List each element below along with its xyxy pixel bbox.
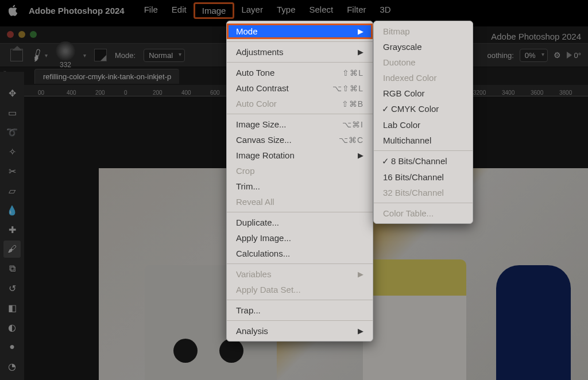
window-title: Adobe Photoshop 2024 [491,32,581,41]
menubar-item-image[interactable]: Image [194,2,235,19]
apple-icon [8,5,18,15]
image-menu-item-analysis[interactable]: Analysis▶ [227,323,373,339]
image-menu-item-auto-contrast[interactable]: Auto Contrast⌥⇧⌘L [227,80,373,96]
ruler-tick: 3200 [473,90,502,96]
brush-tool-icon[interactable]: 🖌 [29,46,45,64]
tool-marquee[interactable]: ▭ [3,104,21,121]
mode-submenu-item-cmyk-color[interactable]: ✓CMYK Color [374,101,473,117]
toolbox: ✥▭➰✧✂▱💧✚🖌⧉↺◧◐●◔ [0,72,24,380]
chevron-right-icon: ▶ [358,151,363,160]
image-menu-item-trap[interactable]: Trap... [227,303,373,318]
tool-wand[interactable]: ✧ [3,143,21,160]
brush-preview[interactable] [56,41,75,61]
blend-mode-dropdown[interactable]: Normal [144,49,185,62]
history-icon: ↺ [9,283,16,294]
image-menu-item-trim[interactable]: Trim... [227,179,373,194]
shortcut-label: ⌥⌘C [339,135,363,145]
tool-crop[interactable]: ✂ [3,162,21,180]
brush-icon: 🖌 [7,244,17,254]
marquee-icon: ▭ [8,107,17,118]
gear-icon[interactable]: ⚙ [554,51,561,60]
menubar-item-file[interactable]: File [137,2,165,19]
ruler-tick: 400 [181,90,210,96]
image-menu-item-canvas-size[interactable]: Canvas Size...⌥⌘C [227,132,373,148]
tool-brush[interactable]: 🖌 [3,241,21,258]
mode-submenu-item-color-table: Color Table... [374,205,473,221]
heal-icon: ✚ [9,224,16,235]
wand-icon: ✧ [9,146,16,157]
ruler-tick: 200 [153,90,181,96]
tool-blur[interactable]: ● [3,338,21,355]
ruler-tick: 3600 [531,90,559,96]
image-menu-item-separator [227,263,373,264]
image-menu-item-separator [227,320,373,321]
smoothing-label: oothing: [488,51,514,60]
tool-gradient[interactable]: ◐ [3,319,21,336]
document-tab[interactable]: refilling-color-cmyk-ink-tank-on-inkjet-… [34,69,179,84]
minimize-window-icon[interactable] [18,31,25,38]
image-menu-item-image-size[interactable]: Image Size...⌥⌘I [227,117,373,132]
mode-submenu: BitmapGrayscaleDuotoneIndexed ColorRGB C… [373,21,473,224]
mode-submenu-item-bitmap: Bitmap [374,24,473,39]
image-menu-item-auto-color: Auto Color⇧⌘B [227,96,373,111]
tool-heal[interactable]: ✚ [3,221,21,238]
close-window-icon[interactable] [7,31,14,38]
image-menu-item-crop: Crop [227,163,373,179]
tool-history[interactable]: ↺ [3,280,21,297]
menubar-item-filter[interactable]: Filter [340,2,373,19]
home-icon[interactable] [10,49,23,61]
zoom-window-icon[interactable] [30,31,37,38]
smoothing-dropdown[interactable]: 0% [520,49,548,62]
image-menu-item-separator [227,62,373,63]
chevron-right-icon: ▶ [358,48,363,56]
image-menu-item-duplicate[interactable]: Duplicate... [227,215,373,230]
tool-frame[interactable]: ▱ [3,182,21,199]
window-traffic-lights[interactable] [7,31,37,38]
mode-submenu-item-multichannel[interactable]: Multichannel [374,133,473,148]
image-menu-item-variables: Variables▶ [227,266,373,282]
chevron-right-icon: ▶ [358,327,363,335]
menubar-item-layer[interactable]: Layer [234,2,270,19]
mode-submenu-item-grayscale[interactable]: Grayscale [374,39,473,55]
menubar-item-select[interactable]: Select [302,2,340,19]
menubar-item-type[interactable]: Type [270,2,303,19]
mode-submenu-item-duotone: Duotone [374,55,473,70]
image-menu-item-image-rotation[interactable]: Image Rotation▶ [227,148,373,163]
image-menu-item-separator [227,114,373,114]
image-menu-item-adjustments[interactable]: Adjustments▶ [227,44,373,60]
crop-icon: ✂ [9,166,16,177]
shortcut-label: ⌥⌘I [342,120,363,129]
image-menu-item-mode[interactable]: Mode▶ [227,24,373,39]
ruler-tick: 0 [124,90,153,96]
chevron-right-icon: ▶ [358,270,363,278]
mode-submenu-item-separator [374,203,473,203]
mode-submenu-item-separator [374,150,473,151]
ruler-tick: 400 [67,90,95,96]
chevron-down-icon[interactable]: ▾ [45,52,48,59]
chevron-down-icon[interactable]: ▾ [83,52,86,59]
angle-icon [567,52,572,59]
ruler-tick: 00 [38,90,67,96]
image-menu-item-apply-image[interactable]: Apply Image... [227,230,373,246]
menubar-item-3d[interactable]: 3D [373,2,398,19]
mode-submenu-item-8-bits-channel[interactable]: ✓8 Bits/Channel [374,153,473,169]
eraser-icon: ◧ [8,303,17,313]
image-menu-item-calculations[interactable]: Calculations... [227,246,373,261]
shortcut-label: ⇧⌘L [342,68,363,77]
mode-submenu-item-16-bits-channel[interactable]: 16 Bits/Channel [374,169,473,185]
menubar-item-edit[interactable]: Edit [165,2,194,19]
chevron-right-icon: ▶ [358,27,363,36]
check-icon: ✓ [382,156,390,166]
mode-submenu-item-lab-color[interactable]: Lab Color [374,117,473,133]
tool-move[interactable]: ✥ [3,84,21,102]
image-menu-item-auto-tone[interactable]: Auto Tone⇧⌘L [227,65,373,80]
tool-eyedropper[interactable]: 💧 [3,201,21,219]
brush-angle[interactable]: 0° [567,51,581,60]
tool-dodge[interactable]: ◔ [3,358,21,375]
tool-eraser[interactable]: ◧ [3,299,21,316]
mode-submenu-item-rgb-color[interactable]: RGB Color [374,86,473,101]
frame-icon: ▱ [9,185,16,196]
tool-stamp[interactable]: ⧉ [3,260,21,277]
tool-lasso[interactable]: ➰ [3,123,21,141]
blend-swatch[interactable] [94,49,107,61]
